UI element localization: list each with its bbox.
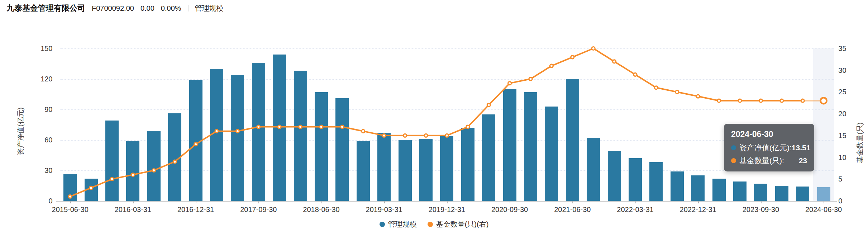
fund-scale-chart[interactable]: 资产净值(亿元) 基金数量(只) 03060901201500510152025… (0, 14, 868, 231)
line-point-2019-03-31[interactable] (382, 134, 386, 137)
line-point-2022-09-30[interactable] (676, 90, 679, 94)
line-point-2015-06-30[interactable] (68, 195, 72, 198)
fund-code: F0700092.00 (92, 4, 134, 13)
nav-change-percent: 0.00% (161, 4, 181, 13)
tooltip-count-label: 基金数量(只): (739, 156, 784, 166)
line-point-2022-03-31[interactable] (634, 73, 637, 76)
line-point-2018-06-30[interactable] (320, 125, 323, 128)
nav-value: 0.00 (140, 4, 154, 13)
line-point-2021-03-31[interactable] (550, 64, 553, 67)
line-point-2020-09-30[interactable] (508, 82, 511, 85)
header: 九泰基金管理有限公司 F0700092.00 0.00 0.00% 管理规模 (6, 3, 224, 14)
line-point-2020-12-31[interactable] (529, 77, 532, 81)
line-point-2018-12-31[interactable] (362, 129, 365, 133)
line-point-2015-09-30[interactable] (90, 186, 93, 189)
tab-management-scale[interactable]: 管理规模 (195, 4, 224, 13)
legend-line-dot-icon (428, 222, 433, 227)
line-point-2023-03-31[interactable] (717, 99, 721, 102)
line-point-2017-12-31[interactable] (278, 125, 281, 128)
tooltip-date: 2024-06-30 (731, 129, 807, 139)
line-point-2017-03-31[interactable] (215, 129, 218, 133)
line-point-2021-12-31[interactable] (613, 60, 616, 63)
line-point-2016-06-30[interactable] (152, 169, 156, 172)
tooltip-count-value: 23 (799, 156, 807, 165)
line-point-2017-09-30[interactable] (257, 125, 260, 128)
chart-legend: 管理规模 基金数量(只)(右) (0, 220, 868, 229)
line-point-2024-06-30[interactable] (821, 98, 827, 104)
line-point-2022-06-30[interactable] (654, 86, 658, 89)
tooltip-row-nav: 资产净值(亿元): 13.51 (731, 143, 807, 153)
tooltip-nav-value: 13.51 (792, 143, 811, 152)
line-point-2016-03-31[interactable] (131, 173, 134, 176)
company-name: 九泰基金管理有限公司 (6, 3, 85, 14)
line-point-2019-12-31[interactable] (445, 134, 448, 137)
line-point-2020-06-30[interactable] (487, 103, 490, 107)
legend-item-scale[interactable]: 管理规模 (380, 220, 417, 229)
fund-count-line (0, 14, 868, 231)
line-point-2021-09-30[interactable] (592, 47, 595, 50)
legend-bar-label: 管理规模 (388, 220, 417, 229)
line-point-2018-09-30[interactable] (340, 125, 344, 128)
legend-line-label: 基金数量(只)(右) (436, 220, 489, 229)
line-point-2024-03-31[interactable] (801, 99, 804, 102)
legend-bar-dot-icon (380, 222, 385, 227)
line-point-2020-03-31[interactable] (466, 125, 469, 128)
line-point-2022-12-31[interactable] (696, 95, 700, 98)
line-point-2018-03-31[interactable] (299, 125, 302, 128)
legend-item-fund-count[interactable]: 基金数量(只)(右) (428, 220, 489, 229)
line-point-2016-12-31[interactable] (194, 143, 197, 146)
line-point-2023-06-30[interactable] (738, 99, 741, 102)
line-point-2019-09-30[interactable] (424, 134, 428, 137)
tooltip-row-fund-count: 基金数量(只): 23 (731, 156, 807, 166)
line-point-2021-06-30[interactable] (571, 56, 574, 59)
line-point-2016-09-30[interactable] (173, 160, 176, 163)
line-point-2023-12-31[interactable] (780, 99, 783, 102)
line-point-2023-09-30[interactable] (759, 99, 762, 102)
tooltip-nav-label: 资产净值(亿元): (739, 143, 792, 153)
header-divider (188, 5, 189, 11)
chart-tooltip: 2024-06-30 资产净值(亿元): 13.51 基金数量(只): 23 (724, 124, 814, 171)
line-point-2017-06-30[interactable] (236, 129, 239, 133)
tooltip-line-dot-icon (731, 158, 736, 163)
tooltip-bar-dot-icon (731, 145, 736, 150)
line-point-2015-12-31[interactable] (110, 178, 114, 181)
line-point-2019-06-30[interactable] (404, 134, 407, 137)
